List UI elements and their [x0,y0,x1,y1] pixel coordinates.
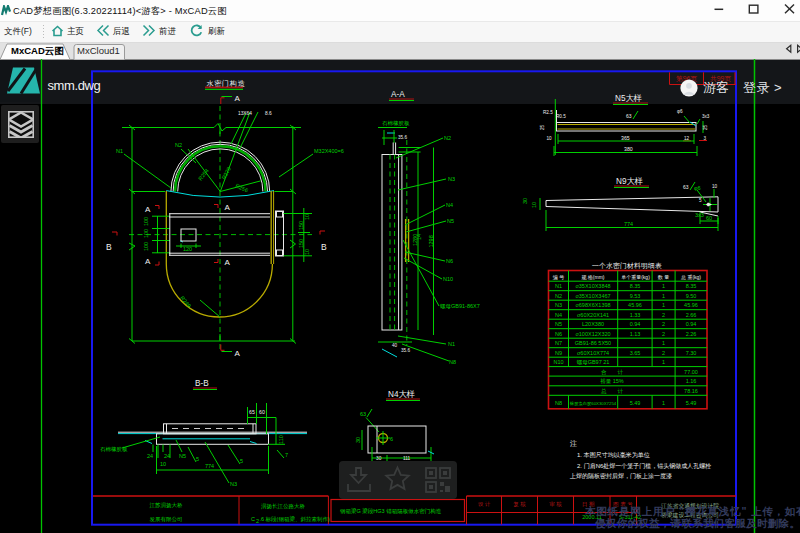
svg-text:5: 5 [196,456,199,462]
svg-text:100: 100 [143,229,149,238]
svg-text:1: 1 [662,283,665,289]
svg-text:A: A [235,349,241,358]
svg-text:2: 2 [662,321,665,327]
svg-text:150: 150 [298,221,304,230]
svg-text:N6: N6 [555,331,562,337]
svg-text:B: B [321,242,327,252]
svg-text:110: 110 [278,435,284,444]
svg-text:GB91-86 5X50: GB91-86 5X50 [575,340,611,346]
svg-text:N9: N9 [555,350,562,356]
svg-text:63: 63 [683,184,689,190]
svg-text:8.6: 8.6 [265,111,272,116]
svg-text:30: 30 [522,198,528,204]
svg-text:σ60X10X774: σ60X10X774 [577,350,609,356]
svg-text:5.49: 5.49 [686,400,697,406]
svg-text:σ100X12X320: σ100X12X320 [575,331,610,337]
svg-text:2: 2 [662,350,665,356]
svg-text:77.00: 77.00 [684,369,698,375]
svg-text:10: 10 [712,184,718,189]
svg-text:钢箱梁G 梁段HG3 锚箱隔板做水密门构造: 钢箱梁G 梁段HG3 锚箱隔板做水密门构造 [339,507,442,515]
svg-text:R279: R279 [221,166,232,180]
svg-text:5: 5 [240,458,243,464]
svg-text:A-A: A-A [391,90,405,99]
svg-text:35.6: 35.6 [398,135,407,140]
svg-text:A: A [145,205,151,214]
svg-text:1: 1 [662,302,665,308]
svg-text:24: 24 [147,453,153,459]
svg-text:A: A [225,203,231,212]
svg-text:数 量: 数 量 [658,274,669,280]
svg-text:N4: N4 [555,312,562,318]
svg-text:发展有限公司: 发展有限公司 [150,516,183,522]
svg-text:2: 2 [662,331,665,337]
svg-text:N5: N5 [179,453,186,459]
svg-text:审 核: 审 核 [549,501,562,507]
svg-text:B: B [106,242,112,252]
svg-text:1: 1 [662,400,665,406]
svg-text:M32X400=6: M32X400=6 [314,148,344,154]
svg-text:N8: N8 [555,400,562,406]
svg-text:1: 1 [662,340,665,346]
svg-text:774: 774 [205,463,214,469]
svg-text:7: 7 [285,452,288,458]
svg-text:一个水密门材料明细表: 一个水密门材料明细表 [592,262,662,270]
svg-text:1. 本图尺寸均以毫米为单位: 1. 本图尺寸均以毫米为单位 [577,451,650,459]
svg-text:C: C [251,516,255,522]
svg-text:江苏润扬大桥: 江苏润扬大桥 [150,502,184,509]
svg-text:6: 6 [390,436,393,442]
svg-text:N1: N1 [116,148,123,154]
svg-text:12: 12 [684,136,690,141]
svg-text:N3: N3 [448,176,455,182]
svg-text:裕量 15%: 裕量 15% [600,378,624,385]
svg-text:8.35: 8.35 [630,283,641,289]
svg-text:2. 门肩N6处焊一个笼子门槛，锚头钢做成人孔螺栓: 2. 门肩N6处焊一个笼子门槛，锚头钢做成人孔螺栓 [577,462,711,470]
svg-text:2.66: 2.66 [686,312,697,318]
svg-text:A: A [145,257,151,266]
svg-text:0.94: 0.94 [686,321,697,327]
svg-text:N1: N1 [555,283,562,289]
svg-text:B-B: B-B [195,379,209,388]
svg-text:45.96: 45.96 [684,302,698,308]
svg-text:N2: N2 [444,135,451,141]
svg-text:3: 3 [704,136,707,141]
svg-text:σ698X6X1398: σ698X6X1398 [575,302,610,308]
svg-text:380: 380 [624,146,633,152]
svg-text:σ60X20X141: σ60X20X141 [577,312,609,318]
svg-text:规 格(mm): 规 格(mm) [581,274,604,281]
svg-text:25: 25 [540,124,545,130]
svg-text:63: 63 [626,113,632,119]
svg-text:N8: N8 [449,359,456,365]
svg-text:2.26: 2.26 [686,331,697,337]
svg-text:30: 30 [355,437,361,443]
svg-text:13X64: 13X64 [238,111,252,116]
svg-text:.6 标段(钢箱梁、斜拉索制作): .6 标段(钢箱梁、斜拉索制作) [260,515,330,523]
svg-text:10: 10 [547,136,553,141]
svg-text:N6: N6 [446,258,453,264]
svg-text:N2: N2 [175,142,182,148]
svg-text:N2: N2 [555,293,562,299]
svg-text:1.16: 1.16 [686,378,697,384]
svg-text:25: 25 [703,124,708,130]
svg-text:编 号: 编 号 [553,274,564,280]
svg-text:7.30: 7.30 [686,350,697,356]
svg-text:N5: N5 [447,218,454,224]
svg-text:橡胶条白胶60X30X7254: 橡胶条白胶60X30X7254 [570,401,617,406]
svg-text:设 计: 设 计 [478,501,491,507]
svg-text:60: 60 [259,409,265,415]
svg-text:78.16: 78.16 [684,388,698,394]
svg-text:1280: 1280 [412,234,418,246]
svg-text:1: 1 [662,359,665,365]
svg-text:120: 120 [183,246,192,252]
svg-text:合 计: 合 计 [601,369,624,376]
svg-text:润扬长江公路大桥: 润扬长江公路大桥 [261,503,306,510]
svg-text:3x3: 3x3 [702,114,710,119]
svg-text:65: 65 [249,409,255,415]
svg-text:螺母GB97 21: 螺母GB97 21 [577,359,610,365]
svg-text:螺母GB91-86X7: 螺母GB91-86X7 [440,303,480,309]
svg-text:上焊的隔板密封后焊，门板上涂一度漆: 上焊的隔板密封后焊，门板上涂一度漆 [569,472,672,480]
svg-text:N10: N10 [443,276,453,282]
svg-text:单个重量(kg): 单个重量(kg) [621,274,650,280]
svg-text:N5: N5 [555,321,562,327]
svg-text:10: 10 [304,249,310,255]
svg-text:3.65: 3.65 [630,350,641,356]
